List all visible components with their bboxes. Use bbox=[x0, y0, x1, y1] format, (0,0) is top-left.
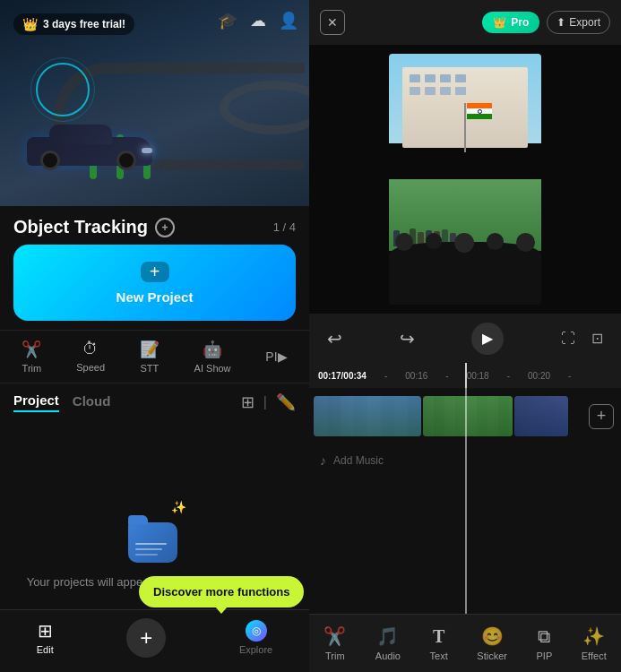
playhead-line bbox=[465, 363, 467, 614]
tool-pip[interactable]: ⧉ PIP bbox=[536, 626, 552, 661]
info-icon[interactable]: + bbox=[155, 218, 175, 237]
fit-icon[interactable]: ⊡ bbox=[591, 330, 603, 347]
trim-icon: ✂️ bbox=[22, 340, 41, 359]
tool-pip-icon: ⧉ bbox=[538, 626, 550, 647]
new-project-plus-icon: + bbox=[141, 262, 169, 282]
feature-counter: 1 / 4 bbox=[273, 220, 296, 234]
video-frame bbox=[389, 54, 541, 305]
tracking-circle bbox=[36, 63, 90, 116]
education-icon[interactable]: 🎓 bbox=[218, 11, 237, 30]
ai-show-label: AI Show bbox=[194, 363, 231, 374]
export-icon: ⬆ bbox=[556, 16, 565, 29]
close-button[interactable]: ✕ bbox=[320, 10, 345, 35]
trial-banner: 👑 3 days free trial! bbox=[13, 13, 134, 35]
redo-button[interactable]: ↪ bbox=[400, 328, 415, 349]
tool-sticker[interactable]: 😊 Sticker bbox=[477, 625, 507, 661]
bottom-toolbar: ✂️ Trim 🎵 Audio T Text 😊 Sticker ⧉ PIP ✨… bbox=[309, 614, 621, 672]
fullscreen-icon[interactable]: ⛶ bbox=[561, 331, 575, 347]
add-music-label: Add Music bbox=[333, 454, 384, 467]
tool-audio[interactable]: 🎵 Audio bbox=[375, 625, 401, 661]
timeline-area: 00:17/00:34 - 00:16 - 00:18 - 00:20 - bbox=[309, 363, 621, 614]
hero-section: 👑 3 days free trial! 🎓 ☁ 👤 bbox=[0, 0, 309, 206]
tool-trim-icon: ✂️ bbox=[323, 625, 346, 647]
pro-crown-icon: 👑 bbox=[493, 16, 506, 29]
time-mark-4: 00:18 bbox=[467, 371, 489, 381]
toolbar-speed[interactable]: ⏱ Speed bbox=[69, 338, 112, 375]
tool-text-label: Text bbox=[430, 650, 448, 661]
ai-show-icon: 🤖 bbox=[203, 340, 222, 359]
tool-text[interactable]: T Text bbox=[430, 626, 448, 661]
undo-button[interactable]: ↩ bbox=[327, 328, 342, 349]
edit-icon[interactable]: ✏️ bbox=[276, 392, 296, 412]
edit-nav-label: Edit bbox=[37, 644, 54, 655]
tool-trim[interactable]: ✂️ Trim bbox=[323, 625, 346, 661]
project-tabs: Project Cloud ⊞ | ✏️ bbox=[0, 383, 309, 419]
time-mark-2: 00:16 bbox=[405, 371, 427, 381]
add-clip-button[interactable]: + bbox=[589, 404, 614, 429]
time-mark-1: - bbox=[384, 371, 387, 381]
nav-explore[interactable]: ◎ Explore bbox=[239, 620, 272, 655]
playback-controls: ↩ ↪ ▶ ⛶ ⊡ bbox=[309, 314, 621, 363]
toolbar-stt[interactable]: 📝 STT bbox=[133, 338, 167, 375]
play-icon: ▶ bbox=[482, 330, 493, 347]
pro-button[interactable]: 👑 Pro bbox=[482, 12, 539, 33]
play-button[interactable]: ▶ bbox=[471, 323, 504, 355]
speed-label: Speed bbox=[76, 362, 105, 373]
new-project-button[interactable]: + New Project bbox=[13, 245, 296, 321]
tab-project[interactable]: Project bbox=[13, 392, 59, 412]
tool-audio-icon: 🎵 bbox=[376, 625, 399, 647]
new-project-label: New Project bbox=[116, 289, 194, 305]
tool-text-icon: T bbox=[433, 626, 444, 647]
toolbar-more[interactable]: PI▶ bbox=[258, 338, 294, 375]
right-panel: ✕ 👑 Pro ⬆ Export bbox=[309, 0, 621, 672]
trim-label: Trim bbox=[22, 363, 42, 374]
tool-sticker-icon: 😊 bbox=[481, 625, 504, 647]
add-button[interactable]: + bbox=[126, 618, 166, 658]
close-icon: ✕ bbox=[327, 15, 338, 30]
stt-label: STT bbox=[140, 363, 159, 374]
discover-label: Discover more functions bbox=[153, 585, 289, 599]
tool-sticker-label: Sticker bbox=[477, 650, 507, 661]
tab-actions: ⊞ | ✏️ bbox=[241, 392, 296, 412]
feature-title-text: Object Tracking bbox=[13, 217, 148, 237]
hero-icons: 🎓 ☁ 👤 bbox=[218, 11, 298, 30]
video-clip-3[interactable] bbox=[514, 396, 568, 436]
explore-icon: ◎ bbox=[246, 620, 267, 642]
edit-nav-icon: ⊞ bbox=[38, 620, 53, 642]
feature-title-row: Object Tracking + 1 / 4 bbox=[0, 206, 309, 245]
explore-nav-label: Explore bbox=[239, 644, 272, 655]
export-label: Export bbox=[569, 16, 600, 29]
bottom-nav: ⊞ Edit + ◎ Explore bbox=[0, 609, 309, 672]
main-toolbar: ✂️ Trim ⏱ Speed 📝 STT 🤖 AI Show PI▶ bbox=[0, 330, 309, 383]
toolbar-ai-show[interactable]: 🤖 AI Show bbox=[187, 338, 238, 375]
toolbar-trim[interactable]: ✂️ Trim bbox=[14, 338, 48, 375]
trial-text: 3 days free trial! bbox=[43, 18, 125, 30]
grid-icon[interactable]: ⊞ bbox=[241, 392, 254, 412]
more-icon: PI▶ bbox=[265, 349, 287, 364]
nav-edit[interactable]: ⊞ Edit bbox=[37, 620, 54, 655]
profile-icon[interactable]: 👤 bbox=[279, 11, 298, 30]
crown-icon: 👑 bbox=[22, 17, 38, 31]
video-preview bbox=[309, 45, 621, 314]
discover-tooltip[interactable]: Discover more functions bbox=[139, 576, 304, 607]
pro-label: Pro bbox=[511, 16, 529, 29]
tool-pip-label: PIP bbox=[536, 650, 552, 661]
time-mark-7: - bbox=[568, 371, 571, 381]
feature-title: Object Tracking + bbox=[13, 217, 175, 237]
tool-effect[interactable]: ✨ Effect bbox=[582, 625, 607, 661]
music-icon: ♪ bbox=[320, 453, 326, 468]
time-mark-6: 00:20 bbox=[528, 371, 550, 381]
speed-icon: ⏱ bbox=[82, 340, 99, 358]
export-button[interactable]: ⬆ Export bbox=[547, 11, 610, 34]
cloud-icon[interactable]: ☁ bbox=[250, 11, 266, 30]
control-right: ⛶ ⊡ bbox=[561, 330, 603, 347]
tool-effect-icon: ✨ bbox=[582, 625, 605, 647]
video-header: ✕ 👑 Pro ⬆ Export bbox=[309, 0, 621, 45]
tool-audio-label: Audio bbox=[375, 650, 401, 661]
video-clip-2[interactable] bbox=[423, 396, 513, 436]
tab-cloud[interactable]: Cloud bbox=[73, 393, 111, 411]
time-mark-3: - bbox=[445, 371, 448, 381]
video-clip-1[interactable] bbox=[314, 396, 421, 436]
tool-effect-label: Effect bbox=[582, 650, 607, 661]
left-panel: 👑 3 days free trial! 🎓 ☁ 👤 Object Tracki… bbox=[0, 0, 309, 672]
